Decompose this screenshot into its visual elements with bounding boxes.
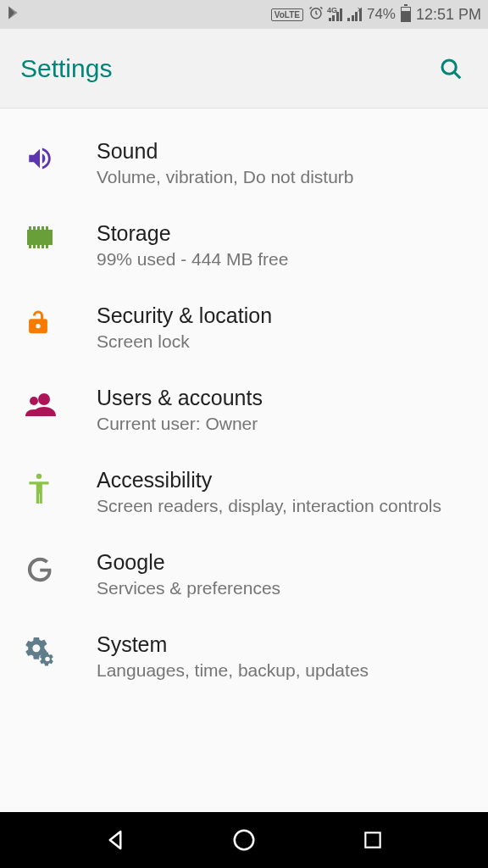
svg-rect-4 bbox=[29, 226, 31, 230]
svg-rect-7 bbox=[42, 226, 44, 230]
item-title: System bbox=[97, 632, 468, 657]
item-security[interactable]: Security & location Screen lock bbox=[0, 287, 488, 369]
item-subtitle: Current user: Owner bbox=[97, 414, 468, 434]
svg-rect-3 bbox=[27, 230, 53, 245]
item-accessibility[interactable]: Accessibility Screen readers, display, i… bbox=[0, 451, 488, 533]
home-icon bbox=[231, 827, 257, 853]
svg-line-2 bbox=[454, 72, 460, 78]
item-subtitle: Volume, vibration, Do not disturb bbox=[97, 167, 468, 187]
users-icon bbox=[20, 386, 97, 416]
sound-icon bbox=[20, 139, 97, 173]
item-system[interactable]: System Languages, time, backup, updates bbox=[0, 615, 488, 698]
network-gen: 4G bbox=[327, 6, 337, 14]
search-icon bbox=[438, 56, 463, 81]
item-subtitle: Screen lock bbox=[97, 331, 468, 352]
item-title: Accessibility bbox=[97, 468, 468, 492]
item-users[interactable]: Users & accounts Current user: Owner bbox=[0, 369, 488, 451]
clock: 12:51 PM bbox=[416, 6, 481, 24]
svg-rect-9 bbox=[29, 245, 31, 248]
volte-badge: VoLTE bbox=[271, 8, 303, 21]
svg-rect-19 bbox=[365, 832, 380, 847]
item-title: Google bbox=[97, 550, 468, 575]
item-storage[interactable]: Storage 99% used - 444 MB free bbox=[0, 204, 488, 287]
svg-point-16 bbox=[30, 397, 38, 405]
svg-rect-10 bbox=[33, 245, 36, 248]
play-store-icon bbox=[7, 5, 22, 24]
app-bar: Settings bbox=[0, 29, 488, 108]
svg-rect-6 bbox=[37, 226, 40, 230]
svg-rect-12 bbox=[42, 245, 44, 248]
item-sound[interactable]: Sound Volume, vibration, Do not disturb bbox=[0, 122, 488, 204]
battery-icon bbox=[401, 7, 411, 22]
status-bar: VoLTE 4G × 74% 12:51 PM bbox=[0, 0, 488, 29]
back-button[interactable] bbox=[98, 823, 132, 857]
item-subtitle: Screen readers, display, interaction con… bbox=[97, 496, 468, 516]
navigation-bar bbox=[0, 812, 488, 868]
item-title: Sound bbox=[97, 139, 468, 164]
home-button[interactable] bbox=[227, 823, 261, 857]
item-title: Security & location bbox=[97, 303, 468, 328]
battery-percent: 74% bbox=[367, 6, 396, 23]
storage-icon bbox=[20, 221, 97, 248]
page-title: Settings bbox=[20, 54, 434, 83]
item-title: Storage bbox=[97, 221, 468, 246]
item-subtitle: Languages, time, backup, updates bbox=[97, 660, 468, 681]
svg-rect-11 bbox=[37, 245, 40, 248]
settings-list: Sound Volume, vibration, Do not disturb … bbox=[0, 108, 488, 812]
recents-icon bbox=[362, 829, 384, 851]
item-title: Users & accounts bbox=[97, 386, 468, 410]
system-icon bbox=[20, 632, 97, 668]
google-icon bbox=[20, 550, 97, 584]
item-subtitle: Services & preferences bbox=[97, 578, 468, 598]
svg-point-15 bbox=[38, 393, 50, 405]
search-button[interactable] bbox=[434, 52, 468, 86]
svg-rect-5 bbox=[33, 226, 36, 230]
item-subtitle: 99% used - 444 MB free bbox=[97, 249, 468, 270]
alarm-icon bbox=[308, 5, 324, 24]
lock-icon bbox=[20, 303, 97, 337]
svg-point-1 bbox=[442, 60, 456, 74]
accessibility-icon bbox=[20, 468, 97, 504]
svg-point-14 bbox=[36, 324, 40, 328]
svg-point-17 bbox=[36, 474, 42, 479]
svg-rect-8 bbox=[46, 226, 48, 230]
item-google[interactable]: Google Services & preferences bbox=[0, 533, 488, 615]
back-icon bbox=[103, 827, 128, 853]
recents-button[interactable] bbox=[356, 823, 390, 857]
svg-rect-13 bbox=[46, 245, 48, 248]
svg-point-18 bbox=[235, 831, 254, 850]
